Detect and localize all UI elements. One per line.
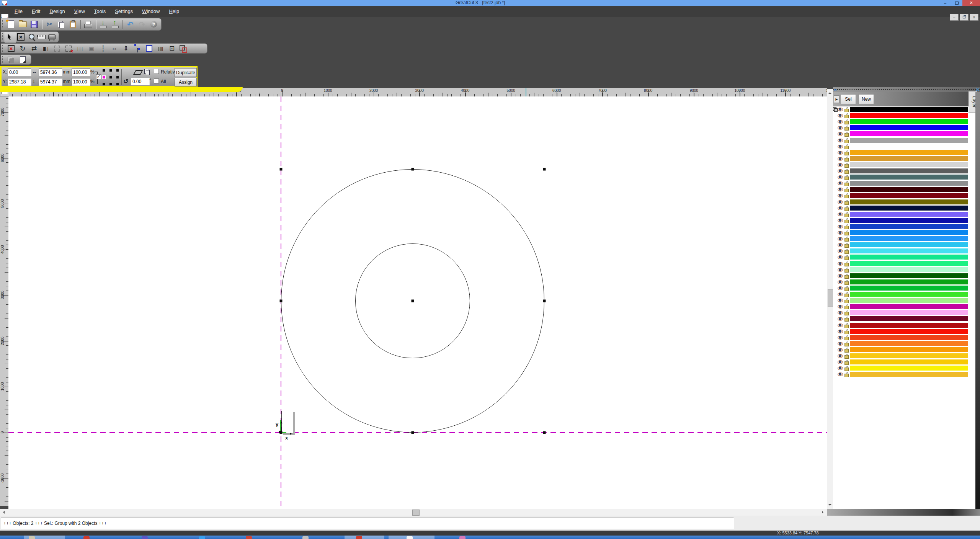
layer-lock-icon[interactable]: [844, 286, 849, 291]
layer-color-bar[interactable]: [850, 150, 968, 155]
scroll-left-icon[interactable]: [2, 511, 5, 514]
layer-color-bar[interactable]: [850, 168, 968, 173]
layer-visibility-eye-icon[interactable]: [838, 114, 843, 118]
layer-color-bar[interactable]: [850, 162, 968, 167]
layer-color-bar[interactable]: [850, 335, 968, 340]
layer-lock-icon[interactable]: [844, 113, 849, 118]
layer-visibility-eye-icon[interactable]: [838, 317, 843, 321]
anchor-point-2[interactable]: [116, 69, 119, 72]
menu-help[interactable]: Help: [164, 6, 184, 17]
restore-button[interactable]: [951, 0, 962, 6]
open-file-button[interactable]: [17, 19, 29, 30]
taskbar-app-2[interactable]: [83, 536, 90, 539]
layer-lock-icon[interactable]: [844, 126, 849, 131]
selection-handle[interactable]: [543, 431, 546, 434]
layer-visibility-eye-icon[interactable]: [838, 268, 843, 272]
layer-lock-icon[interactable]: [844, 119, 849, 124]
layer-lock-icon[interactable]: [844, 144, 849, 149]
copy-button[interactable]: [56, 19, 67, 30]
layer-lock-icon[interactable]: [844, 249, 849, 254]
layer-lock-icon[interactable]: [844, 317, 849, 322]
weld-button[interactable]: [178, 44, 189, 54]
align-center-button[interactable]: [97, 44, 109, 54]
menu-edit[interactable]: Edit: [27, 6, 45, 17]
selection-handle[interactable]: [280, 431, 283, 434]
layer-color-bar[interactable]: [850, 372, 968, 377]
flip-button[interactable]: [28, 44, 40, 54]
layer-lock-icon[interactable]: [844, 157, 849, 162]
cut-button[interactable]: [44, 19, 56, 30]
toolbar-grip[interactable]: [2, 20, 4, 29]
layer-visibility-eye-icon[interactable]: [838, 169, 843, 173]
layer-lock-icon[interactable]: [844, 360, 849, 365]
layer-color-bar[interactable]: [850, 286, 968, 291]
layer-visibility-eye-icon[interactable]: [838, 299, 843, 302]
taskbar-app-4[interactable]: [199, 536, 205, 539]
layer-visibility-eye-icon[interactable]: [838, 219, 843, 222]
layer-color-bar[interactable]: [850, 242, 968, 247]
anchor-point-0[interactable]: [103, 69, 105, 72]
layer-color-bar[interactable]: [850, 199, 968, 204]
layer-lock-icon[interactable]: [844, 218, 849, 223]
mirror-button[interactable]: [40, 44, 51, 54]
layer-lock-icon[interactable]: [844, 237, 849, 242]
layer-color-bar[interactable]: [850, 156, 968, 161]
layer-visibility-eye-icon[interactable]: [838, 360, 843, 364]
horizontal-scroll-thumb[interactable]: [412, 510, 420, 516]
help-button[interactable]: [148, 19, 160, 30]
layer-lock-icon[interactable]: [844, 310, 849, 315]
y-position-input[interactable]: [8, 78, 31, 86]
layer-lock-icon[interactable]: [844, 304, 849, 309]
layer-color-bar[interactable]: [850, 267, 968, 272]
selection-handle[interactable]: [280, 168, 283, 171]
layer-color-bar[interactable]: [850, 329, 968, 334]
layer-lock-icon[interactable]: [844, 243, 849, 248]
toolbar-grip[interactable]: [2, 33, 4, 41]
contour-line-button[interactable]: [143, 44, 155, 54]
windows-taskbar[interactable]: [0, 536, 980, 539]
layer-color-bar[interactable]: [850, 359, 968, 364]
layer-lock-icon[interactable]: [844, 212, 849, 217]
panel-grip-bar[interactable]: » ×: [833, 87, 980, 92]
layer-visibility-eye-icon[interactable]: [838, 255, 843, 259]
height-input[interactable]: [39, 78, 62, 86]
taskbar-app-9[interactable]: [459, 536, 466, 539]
x-position-input[interactable]: [8, 69, 31, 76]
arrange-button[interactable]: [155, 44, 166, 54]
layer-visibility-eye-icon[interactable]: [838, 330, 843, 333]
layer-lock-icon[interactable]: [844, 341, 849, 346]
layer-color-bar[interactable]: [850, 255, 968, 260]
layer-color-bar[interactable]: [850, 341, 968, 346]
layer-lock-icon[interactable]: [844, 206, 849, 211]
skew-icon[interactable]: [133, 70, 143, 75]
layer-visibility-eye-icon[interactable]: [838, 280, 843, 284]
scroll-right-icon[interactable]: [822, 511, 825, 514]
layer-color-bar[interactable]: [850, 181, 968, 186]
undo-button[interactable]: [124, 19, 136, 30]
scroll-down-icon[interactable]: [828, 504, 831, 507]
layer-lock-icon[interactable]: [844, 268, 849, 273]
panel-expand-icon[interactable]: »: [834, 87, 837, 93]
assign-button[interactable]: Assign: [175, 78, 197, 87]
scale-x-input[interactable]: [72, 69, 90, 76]
relative-checkbox[interactable]: [154, 69, 159, 74]
layer-color-bar[interactable]: [850, 131, 968, 136]
close-button[interactable]: ✕: [962, 0, 980, 6]
layer-lock-icon[interactable]: [844, 200, 849, 205]
menu-window[interactable]: Window: [137, 6, 164, 17]
scroll-up-icon[interactable]: [828, 91, 831, 94]
layer-lock-icon[interactable]: [844, 323, 849, 328]
scale-y-input[interactable]: [72, 78, 90, 86]
layer-visibility-eye-icon[interactable]: [838, 163, 843, 167]
vertical-scrollbar[interactable]: [827, 89, 833, 509]
layer-visibility-eye-icon[interactable]: [838, 372, 843, 376]
layer-lock-icon[interactable]: [844, 169, 849, 174]
horizontal-scrollbar[interactable]: [0, 509, 827, 516]
layer-visibility-eye-icon[interactable]: [838, 237, 843, 241]
export-button[interactable]: [109, 19, 121, 30]
layer-lock-icon[interactable]: [844, 138, 849, 143]
to-back-button[interactable]: [5, 55, 17, 65]
duplicate-button[interactable]: Duplicate: [175, 68, 197, 77]
layer-visibility-eye-icon[interactable]: [838, 157, 843, 161]
layer-visibility-eye-icon[interactable]: [838, 175, 843, 179]
